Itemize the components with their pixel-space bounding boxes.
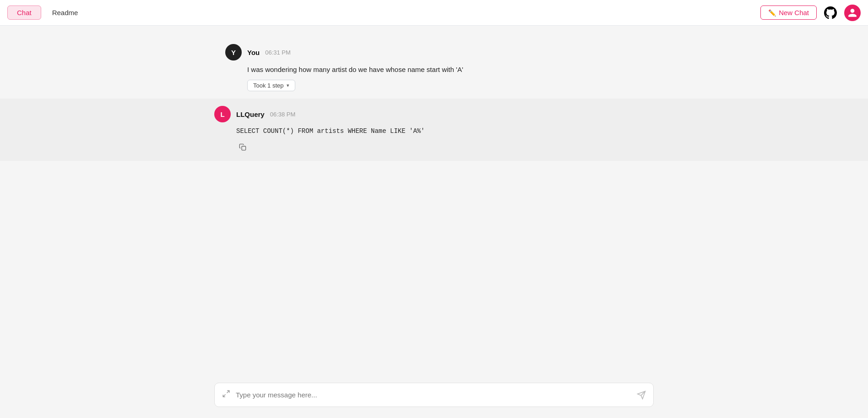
user-message-header: Y You 06:31 PM	[225, 44, 643, 60]
user-avatar-bubble: Y	[225, 44, 242, 60]
user-message-text: I was wondering how many artist do we ha…	[247, 64, 643, 75]
user-message-wrapper: Y You 06:31 PM I was wondering how many …	[214, 37, 654, 99]
input-area	[0, 375, 868, 418]
llquery-message-wrapper: L LLQuery 06:38 PM SELECT COUNT(*) FROM …	[0, 99, 868, 161]
chevron-down-icon: ▾	[287, 82, 289, 88]
header-actions: ✏️ New Chat	[760, 5, 861, 21]
user-message-time: 06:31 PM	[265, 49, 291, 56]
user-message-body: I was wondering how many artist do we ha…	[247, 64, 643, 91]
github-icon[interactable]	[822, 5, 839, 21]
svg-line-1	[227, 390, 229, 393]
chat-container: Y You 06:31 PM I was wondering how many …	[0, 26, 868, 418]
messages-area: Y You 06:31 PM I was wondering how many …	[0, 26, 868, 375]
sql-code-block: SELECT COUNT(*) FROM artists WHERE Name …	[236, 126, 654, 136]
message-input[interactable]	[236, 391, 631, 399]
new-chat-label: New Chat	[779, 9, 809, 16]
llquery-message-header: L LLQuery 06:38 PM	[214, 106, 654, 122]
user-avatar[interactable]	[844, 5, 861, 21]
llquery-message-time: 06:38 PM	[270, 111, 296, 118]
svg-rect-0	[242, 146, 246, 150]
new-chat-button[interactable]: ✏️ New Chat	[760, 6, 817, 20]
header-tabs: Chat Readme	[7, 6, 85, 20]
tab-chat[interactable]: Chat	[7, 6, 41, 20]
app-header: Chat Readme ✏️ New Chat	[0, 0, 868, 26]
took-steps-label: Took 1 step	[253, 82, 284, 89]
llquery-avatar-bubble: L	[214, 106, 231, 122]
llquery-message-inner: L LLQuery 06:38 PM SELECT COUNT(*) FROM …	[214, 106, 654, 154]
took-steps-badge[interactable]: Took 1 step ▾	[247, 80, 295, 91]
edit-icon: ✏️	[768, 9, 776, 16]
expand-icon	[222, 390, 230, 400]
input-box	[214, 383, 654, 407]
tab-readme[interactable]: Readme	[45, 6, 86, 19]
llquery-sender-name: LLQuery	[236, 110, 265, 118]
user-sender-name: You	[247, 49, 260, 56]
copy-button[interactable]	[236, 141, 249, 154]
svg-line-2	[223, 395, 225, 397]
llquery-message-body: SELECT COUNT(*) FROM artists WHERE Name …	[236, 126, 654, 154]
send-button[interactable]	[637, 390, 646, 400]
